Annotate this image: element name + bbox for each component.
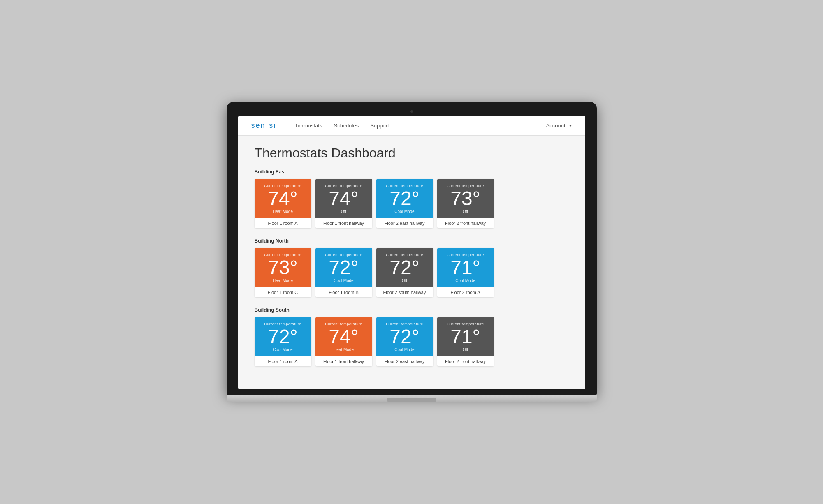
thermostat-card-0-0[interactable]: Current temperature74°Heat ModeFloor 1 r… [255,179,311,228]
mode-label-0-3: Off [441,209,490,214]
laptop-screen: sen|si Thermostats Schedules Support Acc… [238,116,585,389]
card-display-1-1: Current temperature72°Cool Mode [315,248,372,287]
mode-label-1-2: Off [380,278,429,283]
screen-bezel: sen|si Thermostats Schedules Support Acc… [227,102,597,395]
card-display-0-0: Current temperature74°Heat Mode [255,179,311,218]
temp-value-2-2: 72° [380,327,429,347]
logo-text: sen|si [251,121,276,129]
card-display-2-0: Current temperature72°Cool Mode [255,317,311,356]
thermostat-card-2-2[interactable]: Current temperature72°Cool ModeFloor 2 e… [376,317,433,366]
temp-value-1-1: 72° [320,258,368,277]
building-section-1: Building NorthCurrent temperature73°Heat… [255,238,569,297]
temp-label-1-0: Current temperature [259,253,307,257]
mode-label-1-0: Heat Mode [259,278,307,283]
thermostat-card-2-3[interactable]: Current temperature71°OffFloor 2 front h… [437,317,494,366]
temp-label-1-1: Current temperature [320,253,368,257]
nav-links: Thermostats Schedules Support [292,123,546,129]
building-section-2: Building SouthCurrent temperature72°Cool… [255,307,569,366]
thermostat-card-1-1[interactable]: Current temperature72°Cool ModeFloor 1 r… [315,248,372,297]
camera-dot [410,110,413,113]
mode-label-0-1: Off [320,209,368,214]
mode-label-1-1: Cool Mode [320,278,368,283]
building-label-1: Building North [255,238,569,244]
temp-label-2-2: Current temperature [380,322,429,326]
mode-label-2-1: Heat Mode [320,347,368,352]
temp-label-0-2: Current temperature [380,184,429,188]
card-display-2-2: Current temperature72°Cool Mode [376,317,433,356]
mode-label-2-2: Cool Mode [380,347,429,352]
thermostat-grid-0: Current temperature74°Heat ModeFloor 1 r… [255,179,569,228]
card-display-1-3: Current temperature71°Cool Mode [437,248,494,287]
card-footer-0-3: Floor 2 front hallway [437,218,494,228]
nav-bar: sen|si Thermostats Schedules Support Acc… [238,116,585,136]
card-footer-2-2: Floor 2 east hallway [376,356,433,366]
thermostat-grid-1: Current temperature73°Heat ModeFloor 1 r… [255,248,569,297]
temp-value-1-2: 72° [380,258,429,277]
mode-label-1-3: Cool Mode [441,278,490,283]
card-footer-0-2: Floor 2 east hallway [376,218,433,228]
nav-thermostats[interactable]: Thermostats [292,123,322,129]
card-footer-1-2: Floor 2 south hallway [376,287,433,297]
temp-label-2-3: Current temperature [441,322,490,326]
building-label-2: Building South [255,307,569,313]
temp-value-2-0: 72° [259,327,307,347]
temp-value-0-2: 72° [380,189,429,208]
main-content: Thermostats Dashboard Building EastCurre… [238,136,585,389]
temp-label-0-0: Current temperature [259,184,307,188]
laptop-container: sen|si Thermostats Schedules Support Acc… [227,102,597,402]
laptop-base [227,395,597,402]
card-display-0-3: Current temperature73°Off [437,179,494,218]
card-display-0-2: Current temperature72°Cool Mode [376,179,433,218]
temp-value-0-3: 73° [441,189,490,208]
card-footer-0-0: Floor 1 room A [255,218,311,228]
temp-value-0-0: 74° [259,189,307,208]
card-footer-1-3: Floor 2 room A [437,287,494,297]
thermostat-card-0-3[interactable]: Current temperature73°OffFloor 2 front h… [437,179,494,228]
thermostat-card-2-0[interactable]: Current temperature72°Cool ModeFloor 1 r… [255,317,311,366]
card-footer-1-0: Floor 1 room C [255,287,311,297]
temp-value-1-0: 73° [259,258,307,277]
logo: sen|si [251,121,276,130]
card-display-1-0: Current temperature73°Heat Mode [255,248,311,287]
temp-value-0-1: 74° [320,189,368,208]
card-display-2-1: Current temperature74°Heat Mode [315,317,372,356]
temp-label-0-3: Current temperature [441,184,490,188]
card-footer-2-3: Floor 2 front hallway [437,356,494,366]
thermostat-grid-2: Current temperature72°Cool ModeFloor 1 r… [255,317,569,366]
temp-label-1-3: Current temperature [441,253,490,257]
card-footer-2-1: Floor 1 front hallway [315,356,372,366]
card-display-2-3: Current temperature71°Off [437,317,494,356]
temp-value-1-3: 71° [441,258,490,277]
thermostat-card-1-3[interactable]: Current temperature71°Cool ModeFloor 2 r… [437,248,494,297]
account-label: Account [546,123,566,129]
card-footer-0-1: Floor 1 front hallway [315,218,372,228]
mode-label-2-3: Off [441,347,490,352]
nav-support[interactable]: Support [370,123,389,129]
thermostat-card-2-1[interactable]: Current temperature74°Heat ModeFloor 1 f… [315,317,372,366]
card-footer-2-0: Floor 1 room A [255,356,311,366]
temp-value-2-3: 71° [441,327,490,347]
thermostat-card-1-0[interactable]: Current temperature73°Heat ModeFloor 1 r… [255,248,311,297]
building-label-0: Building East [255,169,569,175]
page-title: Thermostats Dashboard [255,146,569,161]
mode-label-2-0: Cool Mode [259,347,307,352]
thermostat-card-0-2[interactable]: Current temperature72°Cool ModeFloor 2 e… [376,179,433,228]
account-menu[interactable]: Account [546,123,572,129]
card-display-0-1: Current temperature74°Off [315,179,372,218]
building-section-0: Building EastCurrent temperature74°Heat … [255,169,569,228]
temp-label-2-0: Current temperature [259,322,307,326]
mode-label-0-0: Heat Mode [259,209,307,214]
thermostat-card-1-2[interactable]: Current temperature72°OffFloor 2 south h… [376,248,433,297]
temp-label-0-1: Current temperature [320,184,368,188]
temp-label-2-1: Current temperature [320,322,368,326]
nav-schedules[interactable]: Schedules [334,123,359,129]
card-footer-1-1: Floor 1 room B [315,287,372,297]
temp-label-1-2: Current temperature [380,253,429,257]
mode-label-0-2: Cool Mode [380,209,429,214]
thermostat-card-0-1[interactable]: Current temperature74°OffFloor 1 front h… [315,179,372,228]
card-display-1-2: Current temperature72°Off [376,248,433,287]
chevron-down-icon [569,125,572,127]
buildings-container: Building EastCurrent temperature74°Heat … [255,169,569,366]
temp-value-2-1: 74° [320,327,368,347]
